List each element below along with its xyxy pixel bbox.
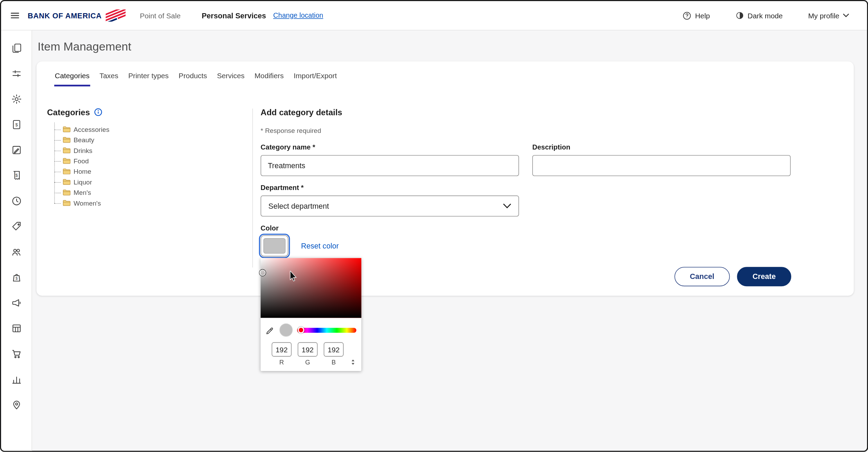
help-button[interactable]: Help xyxy=(679,10,713,21)
tab-taxes[interactable]: Taxes xyxy=(99,71,119,86)
red-input[interactable] xyxy=(272,342,292,357)
color-label: Color xyxy=(261,224,791,232)
location-pin-icon[interactable] xyxy=(11,399,22,410)
tab-bar: Categories Taxes Printer types Products … xyxy=(37,62,854,87)
tab-products[interactable]: Products xyxy=(178,71,207,86)
create-button[interactable]: Create xyxy=(737,267,791,286)
tree-item-beauty[interactable]: Beauty xyxy=(54,135,252,145)
form-title: Add category details xyxy=(261,107,791,117)
bar-chart-icon[interactable] xyxy=(11,374,22,385)
color-swatch-button[interactable] xyxy=(261,235,288,256)
tab-categories[interactable]: Categories xyxy=(54,71,90,86)
color-swatch xyxy=(264,238,286,254)
table-icon[interactable] xyxy=(11,323,22,334)
gear-icon[interactable] xyxy=(11,93,22,105)
department-selected-value: Select department xyxy=(268,202,329,210)
tree-item-home[interactable]: Home xyxy=(54,166,252,177)
cart-icon[interactable] xyxy=(11,348,22,359)
blue-label: B xyxy=(324,359,344,365)
tree-item-liquor[interactable]: Liquor xyxy=(54,177,252,187)
tree-item-mens[interactable]: Men's xyxy=(54,187,252,198)
my-profile-label: My profile xyxy=(808,11,839,20)
bag-dollar-icon[interactable]: $ xyxy=(11,272,22,283)
tab-services[interactable]: Services xyxy=(216,71,245,86)
report-pencil-icon[interactable] xyxy=(11,145,22,156)
tag-icon[interactable] xyxy=(11,221,22,232)
app-window: BANK OF AMERICA Point of Sale Personal S xyxy=(0,0,868,452)
clock-icon[interactable] xyxy=(11,196,22,207)
chevron-down-icon xyxy=(843,13,849,18)
category-name-input[interactable] xyxy=(261,155,519,176)
receipt-dollar-icon[interactable]: $ xyxy=(11,170,22,181)
category-name-label: Category name * xyxy=(261,143,519,151)
hamburger-menu-button[interactable] xyxy=(9,10,20,21)
help-icon xyxy=(682,11,692,20)
reset-color-link[interactable]: Reset color xyxy=(301,242,339,250)
color-mode-stepper-icon[interactable] xyxy=(351,359,355,365)
eyedropper-icon[interactable] xyxy=(266,325,275,335)
svg-text:$: $ xyxy=(15,276,17,280)
required-note: * Response required xyxy=(261,127,791,134)
hue-slider[interactable] xyxy=(297,327,356,332)
main-content: Item Management Categories Taxes Printer… xyxy=(32,30,867,452)
panel-divider xyxy=(252,109,253,268)
dark-mode-icon xyxy=(736,11,745,20)
category-label: Home xyxy=(74,168,91,175)
categories-panel-title: Categories xyxy=(47,107,90,117)
description-label: Description xyxy=(532,143,791,151)
pages-icon[interactable] xyxy=(11,43,22,54)
info-icon[interactable] xyxy=(94,108,102,116)
tree-item-drinks[interactable]: Drinks xyxy=(54,145,252,155)
dark-mode-toggle[interactable]: Dark mode xyxy=(732,10,786,20)
tab-modifiers[interactable]: Modifiers xyxy=(254,71,284,86)
description-input[interactable] xyxy=(532,155,791,176)
department-select[interactable]: Select department xyxy=(261,196,519,217)
megaphone-icon[interactable] xyxy=(11,297,22,308)
current-color-preview xyxy=(279,323,293,336)
tree-item-food[interactable]: Food xyxy=(54,156,252,166)
blue-input[interactable] xyxy=(324,342,344,357)
location-name: Personal Services xyxy=(202,11,266,20)
invoice-dollar-icon[interactable]: $ xyxy=(11,119,22,130)
my-profile-menu[interactable]: My profile xyxy=(805,11,852,20)
category-label: Food xyxy=(74,157,89,165)
category-label: Beauty xyxy=(74,136,94,144)
category-label: Women's xyxy=(74,199,101,207)
svg-text:$: $ xyxy=(15,173,18,178)
category-tree: Accessories Beauty Drinks Food Home Liqu… xyxy=(54,124,252,208)
left-icon-sidebar: $ $ $ xyxy=(1,30,32,452)
tree-item-accessories[interactable]: Accessories xyxy=(54,124,252,134)
folder-icon xyxy=(63,199,71,207)
bofa-flag-icon xyxy=(105,9,126,21)
bank-of-america-logo: BANK OF AMERICA xyxy=(28,9,126,21)
green-input[interactable] xyxy=(298,342,318,357)
folder-icon xyxy=(63,168,71,175)
green-label: G xyxy=(298,359,318,365)
chevron-down-icon xyxy=(503,203,511,209)
cancel-button[interactable]: Cancel xyxy=(674,267,730,286)
tab-printer-types[interactable]: Printer types xyxy=(128,71,169,86)
help-label: Help xyxy=(695,11,710,20)
change-location-link[interactable]: Change location xyxy=(273,12,323,19)
folder-icon xyxy=(63,178,71,186)
add-category-form: Add category details * Response required… xyxy=(261,107,791,286)
saturation-cursor[interactable] xyxy=(259,270,266,276)
svg-text:$: $ xyxy=(15,122,18,127)
red-label: R xyxy=(272,359,292,365)
item-management-card: Categories Taxes Printer types Products … xyxy=(37,62,854,296)
category-label: Accessories xyxy=(74,125,110,133)
tree-item-womens[interactable]: Women's xyxy=(54,198,252,208)
people-icon[interactable] xyxy=(11,246,22,257)
categories-panel: Categories Accessories Beauty Drinks Foo… xyxy=(47,107,252,286)
hue-slider-handle[interactable] xyxy=(298,326,304,333)
top-bar: BANK OF AMERICA Point of Sale Personal S xyxy=(1,1,867,30)
folder-icon xyxy=(63,157,71,164)
sliders-icon[interactable] xyxy=(11,68,22,79)
brand-name: BANK OF AMERICA xyxy=(28,11,102,20)
category-label: Liquor xyxy=(74,178,92,186)
folder-icon xyxy=(63,189,71,196)
tab-import-export[interactable]: Import/Export xyxy=(293,71,338,86)
saturation-area[interactable] xyxy=(261,258,361,318)
page-title: Item Management xyxy=(38,40,867,53)
department-label: Department * xyxy=(261,184,791,191)
